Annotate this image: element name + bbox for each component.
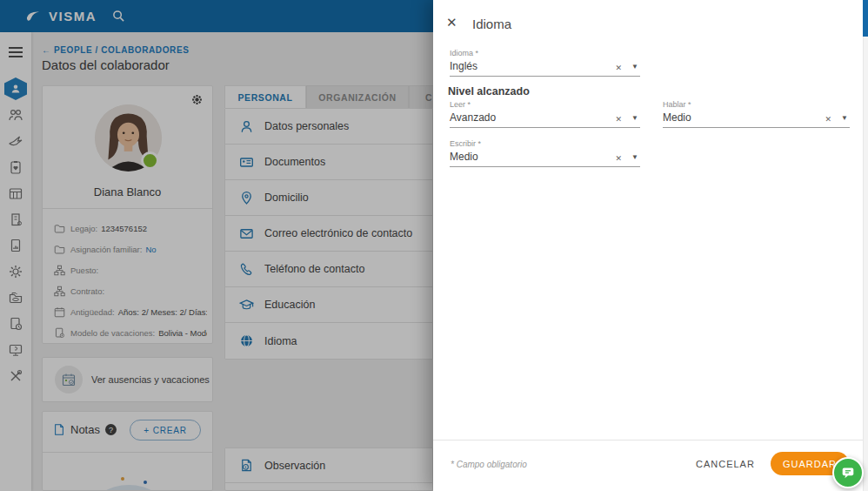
field-label: Idioma *: [450, 49, 640, 57]
field-underline: [450, 127, 640, 128]
modal-scrollbar-thumb[interactable]: [863, 0, 868, 37]
clear-icon[interactable]: ✕: [615, 154, 622, 163]
modal-title: Idioma: [472, 17, 511, 31]
chevron-down-icon[interactable]: ▼: [631, 153, 638, 161]
field-value: Avanzado: [450, 111, 640, 124]
cancel-button[interactable]: CANCELAR: [696, 459, 755, 469]
clear-icon[interactable]: ✕: [615, 64, 622, 72]
field-value: Medio: [663, 111, 850, 124]
field-label: Escribir *: [450, 139, 640, 148]
chat-bubble-icon: [840, 465, 856, 481]
field-label: Hablar *: [663, 100, 850, 109]
field-value: Inglés: [450, 60, 640, 72]
required-fields-note: * Campo obligatorio: [451, 460, 527, 469]
modal-scrollbar-track[interactable]: [863, 0, 868, 491]
section-heading: Nivel alcanzado: [448, 85, 530, 98]
idioma-modal: ✕ Idioma Idioma * Inglés ✕ ▼ Nivel alcan…: [433, 0, 868, 491]
field-label: Leer *: [450, 100, 640, 109]
clear-icon[interactable]: ✕: [615, 115, 622, 124]
field-underline: [450, 76, 640, 77]
app-window: VISMA: [0, 0, 868, 491]
idioma-select[interactable]: Idioma * Inglés ✕ ▼: [450, 49, 640, 77]
clear-icon[interactable]: ✕: [825, 115, 831, 124]
field-underline: [663, 127, 850, 128]
chevron-down-icon[interactable]: ▼: [631, 63, 638, 71]
leer-select[interactable]: Leer * Avanzado ✕ ▼: [450, 100, 640, 128]
field-underline: [450, 166, 640, 167]
escribir-select[interactable]: Escribir * Medio ✕ ▼: [450, 139, 640, 167]
close-icon[interactable]: ✕: [446, 15, 457, 30]
footer-divider: [433, 440, 868, 441]
chevron-down-icon[interactable]: ▼: [631, 114, 638, 122]
field-value: Medio: [450, 151, 640, 163]
chat-widget-button[interactable]: [832, 457, 864, 488]
chevron-down-icon[interactable]: ▼: [841, 114, 848, 122]
hablar-select[interactable]: Hablar * Medio ✕ ▼: [663, 100, 850, 128]
